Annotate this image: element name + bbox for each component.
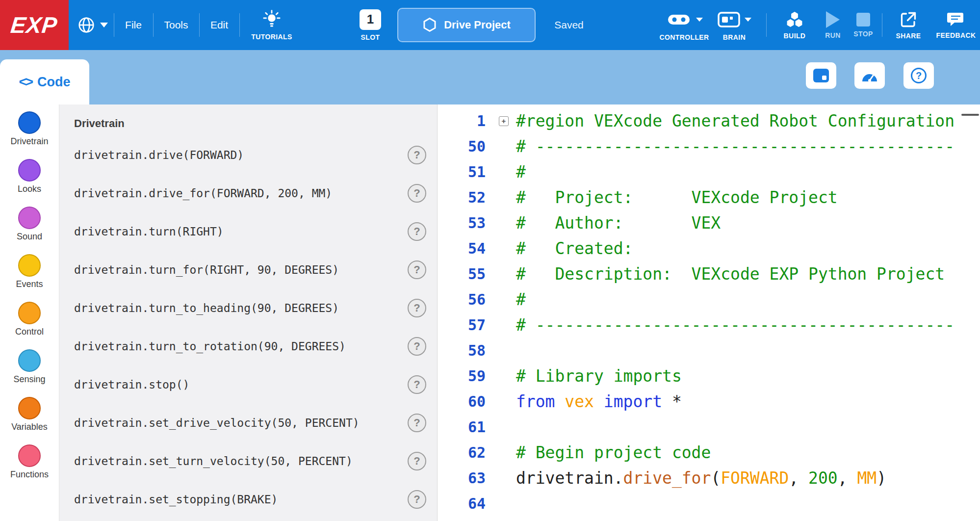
tab-code[interactable]: <> Code xyxy=(0,59,89,104)
sidebar-item-events[interactable]: Events xyxy=(0,254,59,289)
console-button[interactable] xyxy=(806,62,836,89)
code-editor[interactable]: 1+#region VEXcode Generated Robot Config… xyxy=(438,104,980,521)
code-token: # --------------------------------------… xyxy=(516,137,954,156)
command-help-button[interactable]: ? xyxy=(408,222,426,241)
palette-command-row[interactable]: drivetrain.set_stopping(BRAKE)? xyxy=(59,480,437,519)
sidebar-item-sensing[interactable]: Sensing xyxy=(0,349,59,385)
line-number: 58 xyxy=(438,338,495,364)
category-label: Sound xyxy=(17,232,42,242)
sidebar-item-control[interactable]: Control xyxy=(0,302,59,337)
code-token: FORWARD xyxy=(721,469,789,488)
code-token: #region VEXcode Generated Robot Configur… xyxy=(516,111,954,130)
project-name-button[interactable]: Drive Project xyxy=(397,8,536,42)
line-number: 59 xyxy=(438,364,495,389)
command-help-button[interactable]: ? xyxy=(408,146,426,164)
stop-icon xyxy=(856,13,870,26)
command-text: drivetrain.turn(RIGHT) xyxy=(74,225,224,238)
top-toolbar: EXP File Tools Edit TUTORIALS 1 xyxy=(0,0,980,50)
command-help-button[interactable]: ? xyxy=(408,299,426,317)
sidebar-item-drivetrain[interactable]: Drivetrain xyxy=(0,111,59,147)
palette-command-row[interactable]: drivetrain.turn_for(RIGHT, 90, DEGREES)? xyxy=(59,251,437,289)
feedback-button[interactable]: FEEDBACK xyxy=(932,0,980,50)
code-line[interactable]: 57# ------------------------------------… xyxy=(438,313,980,338)
code-line[interactable]: 63drivetrain.drive_for(FORWARD, 200, MM) xyxy=(438,466,980,491)
dashboard-button[interactable] xyxy=(854,62,885,89)
code-line[interactable]: 54# Created: xyxy=(438,236,980,261)
events-category-icon xyxy=(18,254,41,277)
code-line[interactable]: 52# Project: VEXcode Project xyxy=(438,185,980,210)
divider xyxy=(239,13,240,37)
code-line[interactable]: 53# Author: VEX xyxy=(438,210,980,236)
code-line[interactable]: 62# Begin project code xyxy=(438,440,980,466)
fold-gutter: + xyxy=(495,116,512,126)
command-help-button[interactable]: ? xyxy=(408,490,426,509)
code-text: # Library imports xyxy=(512,364,682,389)
sidebar-item-sound[interactable]: Sound xyxy=(0,207,59,242)
code-line[interactable]: 51# xyxy=(438,159,980,185)
code-line[interactable]: 50# ------------------------------------… xyxy=(438,134,980,159)
brain-button[interactable]: BRAIN xyxy=(710,0,759,50)
palette-command-row[interactable]: drivetrain.set_turn_velocity(50, PERCENT… xyxy=(59,442,437,480)
line-number: 57 xyxy=(438,313,495,338)
command-help-button[interactable]: ? xyxy=(408,452,426,470)
code-text: # xyxy=(512,287,526,313)
help-button[interactable]: ? xyxy=(903,62,934,89)
language-selector[interactable] xyxy=(72,0,114,50)
command-help-button[interactable]: ? xyxy=(408,375,426,394)
run-button[interactable]: RUN xyxy=(818,0,848,50)
code-line[interactable]: 56# xyxy=(438,287,980,313)
menu-file[interactable]: File xyxy=(118,0,149,50)
palette-command-row[interactable]: drivetrain.set_drive_velocity(50, PERCEN… xyxy=(59,404,437,442)
code-token: vex xyxy=(565,392,594,411)
build-button[interactable]: BUILD xyxy=(771,0,818,50)
code-line[interactable]: 55# Description: VEXcode EXP Python Proj… xyxy=(438,261,980,287)
code-line[interactable]: 59# Library imports xyxy=(438,364,980,389)
controller-button[interactable]: CONTROLLER xyxy=(652,0,716,50)
share-button[interactable]: SHARE xyxy=(886,0,931,50)
line-number: 63 xyxy=(438,466,495,491)
palette-command-row[interactable]: drivetrain.drive_for(FORWARD, 200, MM)? xyxy=(59,174,437,212)
code-token: , xyxy=(838,469,857,488)
fold-expand-icon[interactable]: + xyxy=(499,116,509,126)
code-line[interactable]: 1+#region VEXcode Generated Robot Config… xyxy=(438,108,980,134)
palette-command-row[interactable]: drivetrain.stop()? xyxy=(59,365,437,404)
tutorials-button[interactable]: TUTORIALS xyxy=(241,0,302,50)
functions-category-icon xyxy=(18,444,41,467)
category-label: Events xyxy=(16,279,43,289)
code-brackets-icon: <> xyxy=(19,74,32,90)
command-help-button[interactable]: ? xyxy=(408,414,426,432)
chevron-down-icon xyxy=(745,18,751,22)
chevron-down-icon xyxy=(100,23,108,27)
feedback-icon xyxy=(947,11,965,28)
line-number: 51 xyxy=(438,159,495,185)
palette-command-row[interactable]: drivetrain.turn_to_rotation(90, DEGREES)… xyxy=(59,327,437,365)
code-line[interactable]: 60from vex import * xyxy=(438,389,980,415)
sidebar-item-functions[interactable]: Functions xyxy=(0,444,59,480)
sidebar-item-variables[interactable]: Variables xyxy=(0,397,59,432)
command-text: drivetrain.set_stopping(BRAKE) xyxy=(74,493,278,506)
menu-tools[interactable]: Tools xyxy=(157,0,195,50)
code-line[interactable]: 61 xyxy=(438,415,980,440)
menu-edit[interactable]: Edit xyxy=(203,0,235,50)
palette-command-row[interactable]: drivetrain.turn_to_heading(90, DEGREES)? xyxy=(59,289,437,327)
build-label: BUILD xyxy=(784,32,806,40)
line-number: 52 xyxy=(438,185,495,210)
sound-category-icon xyxy=(18,207,41,229)
command-help-button[interactable]: ? xyxy=(408,337,426,356)
slot-selector[interactable]: 1 SLOT xyxy=(343,0,397,50)
code-line[interactable]: 58 xyxy=(438,338,980,364)
palette-command-row[interactable]: drivetrain.drive(FORWARD)? xyxy=(59,136,437,174)
palette-command-row[interactable]: drivetrain.turn(RIGHT)? xyxy=(59,212,437,251)
command-text: drivetrain.drive_for(FORWARD, 200, MM) xyxy=(74,187,332,200)
sidebar-item-looks[interactable]: Looks xyxy=(0,159,59,194)
category-label: Variables xyxy=(11,422,48,432)
command-help-button[interactable]: ? xyxy=(408,260,426,279)
stop-button[interactable]: STOP xyxy=(849,0,878,50)
divider xyxy=(199,13,200,37)
command-help-button[interactable]: ? xyxy=(408,184,426,203)
command-list: drivetrain.drive(FORWARD)?drivetrain.dri… xyxy=(59,136,437,519)
code-text: # Description: VEXcode EXP Python Projec… xyxy=(512,261,945,287)
command-text: drivetrain.stop() xyxy=(74,378,189,391)
code-text: #region VEXcode Generated Robot Configur… xyxy=(512,108,954,134)
code-line[interactable]: 64 xyxy=(438,491,980,517)
